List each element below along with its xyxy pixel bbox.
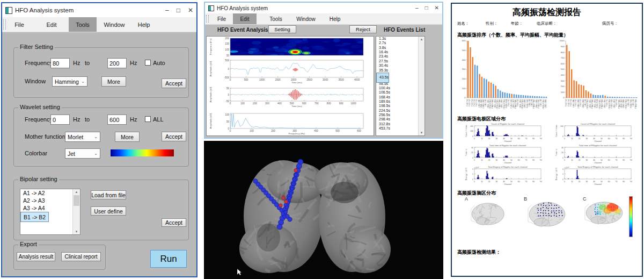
menu-item-window[interactable]: Window: [100, 17, 129, 32]
event-item[interactable]: 298.4s: [376, 117, 425, 121]
menu-item-edit[interactable]: Edit: [40, 17, 63, 32]
filter-accept-button[interactable]: Accept: [162, 78, 186, 88]
event-item[interactable]: 100.4s: [376, 86, 425, 90]
bipolar-channel-list[interactable]: ▲ ▼ A1 -> A2A2 -> A3A3 -> A4B1 -> B2B2 -…: [20, 189, 80, 235]
bipolar-list-item[interactable]: B1 -> B2: [20, 212, 49, 222]
mother-function-label: Mother function: [25, 133, 65, 140]
wavelet-freq-to-input[interactable]: [107, 115, 127, 125]
mother-function-select[interactable]: Morlet⌄: [65, 132, 100, 142]
colorbar-select[interactable]: Jet⌄: [65, 148, 100, 159]
event-item[interactable]: 3.8s: [376, 46, 425, 50]
event-item[interactable]: 224.5s: [376, 109, 425, 113]
scroll-down-icon[interactable]: ▼: [419, 130, 425, 135]
menu-item-window[interactable]: Window: [293, 13, 319, 24]
bipolar-list-item[interactable]: A3 -> A4: [20, 204, 80, 212]
menu-item-file[interactable]: File: [213, 13, 231, 24]
scroll-down-icon[interactable]: ▼: [73, 229, 80, 234]
menu-item-tools[interactable]: Tools: [265, 13, 287, 24]
all-checkbox[interactable]: [145, 116, 151, 122]
svg-text:P#1-P#2: P#1-P#2: [568, 99, 570, 106]
wavelet-freq-from-input[interactable]: [50, 115, 70, 125]
svg-text:400: 400: [314, 130, 318, 132]
svg-text:1000: 1000: [259, 78, 265, 81]
event-item[interactable]: 2.7s: [376, 41, 425, 45]
svg-text:30: 30: [495, 181, 497, 183]
event-item[interactable]: 312.8s: [376, 122, 425, 126]
title-bar[interactable]: HFO Analysis system – □ ✕: [205, 3, 442, 13]
to-label: to: [85, 60, 90, 66]
event-item[interactable]: 43.5s: [376, 73, 389, 83]
svg-text:500: 500: [462, 49, 466, 52]
wavelet-more-button[interactable]: More: [115, 132, 140, 142]
scrollbar-thumb[interactable]: [74, 195, 79, 206]
wavelet-setting-legend: Wavelet setting: [18, 104, 62, 110]
bipolar-list-item[interactable]: A1 -> A2: [20, 189, 80, 197]
filter-freq-from-input[interactable]: [50, 58, 70, 68]
clinical-report-page: 高频振荡检测报告 姓名：性别：年龄：临床诊断：病历号： 高频振荡排序（个数、频率…: [451, 3, 643, 277]
svg-text:100: 100: [462, 87, 466, 90]
svg-text:Amplitude (uV): Amplitude (uV): [209, 61, 212, 77]
hfo-events-listbox[interactable]: ▲ ▼ 1.3s2.7s3.8s16.4s23.4s27.5s30.4s35.3…: [376, 36, 425, 136]
run-button[interactable]: Run: [150, 250, 187, 268]
event-item[interactable]: 198.5s: [376, 104, 425, 108]
svg-text:PTB1-PTB2: PTB1-PTB2: [625, 99, 627, 109]
scroll-up-icon[interactable]: ▲: [419, 37, 425, 42]
event-item[interactable]: 23.4s: [376, 54, 425, 59]
svg-text:0: 0: [228, 94, 229, 96]
menu-item-help[interactable]: Help: [133, 17, 155, 32]
chevron-down-icon: ⌄: [94, 151, 98, 156]
event-item[interactable]: 27.5s: [376, 59, 425, 63]
event-item[interactable]: 16.4s: [376, 50, 425, 54]
menu-item-file[interactable]: File: [8, 17, 31, 32]
svg-text:400: 400: [561, 74, 565, 76]
screen: HFO Analysis system – □ ✕ FileEditToolsW…: [0, 0, 644, 279]
svg-text:20: 20: [488, 138, 491, 140]
event-item[interactable]: 189.6s: [376, 99, 425, 104]
maximize-button[interactable]: □: [177, 7, 180, 13]
setting-button[interactable]: Setting: [268, 25, 296, 33]
auto-checkbox[interactable]: [145, 60, 151, 66]
brain-3d-view[interactable]: [204, 141, 443, 279]
svg-text:-500: -500: [224, 76, 230, 79]
menu-item-tools[interactable]: Tools: [69, 17, 97, 32]
title-bar[interactable]: HFO Analysis system – □ ✕: [2, 3, 196, 17]
event-item[interactable]: 30.4s: [376, 63, 425, 68]
svg-text:30: 30: [586, 138, 588, 140]
list-scrollbar[interactable]: ▲ ▼: [418, 37, 425, 135]
result-header: 高频振荡检测结果：: [457, 249, 501, 256]
event-item[interactable]: 35.3s: [376, 68, 425, 73]
reject-button[interactable]: Reject: [349, 25, 377, 33]
event-item[interactable]: 453.7s: [376, 126, 425, 131]
close-button[interactable]: ✕: [188, 7, 193, 13]
clinical-report-button[interactable]: Clinical report: [61, 252, 101, 261]
svg-text:3000: 3000: [323, 78, 328, 81]
scroll-up-icon[interactable]: ▲: [73, 189, 80, 195]
window-function-select[interactable]: Hamming⌄: [52, 76, 87, 87]
svg-text:70: 70: [616, 181, 618, 183]
minimize-button[interactable]: –: [165, 7, 169, 13]
maximize-button[interactable]: □: [425, 5, 428, 11]
svg-text:0: 0: [230, 102, 231, 105]
close-button[interactable]: ✕: [435, 5, 439, 11]
bipolar-accept-button[interactable]: Accept: [162, 218, 186, 227]
filter-more-button[interactable]: More: [101, 76, 126, 87]
menu-item-help[interactable]: Help: [325, 13, 345, 24]
filter-freq-to-input[interactable]: [107, 58, 127, 68]
event-analysis-label: HFO Event Analysis: [217, 27, 268, 33]
user-define-button[interactable]: User define: [91, 206, 126, 216]
svg-text:50: 50: [510, 138, 513, 140]
wavelet-accept-button[interactable]: Accept: [162, 132, 186, 141]
event-item[interactable]: 256.5s: [376, 113, 425, 117]
event-item[interactable]: 1.3s: [376, 37, 425, 41]
analysis-result-button[interactable]: Analysis result: [17, 252, 55, 261]
minimize-button[interactable]: –: [415, 5, 419, 11]
bipolar-setting-group: Bipolar setting ▲ ▼ A1 -> A2A2 -> A3A3 -…: [13, 180, 189, 240]
svg-text:500: 500: [290, 102, 294, 105]
event-item[interactable]: 106.5s: [376, 90, 425, 95]
svg-text:Total Engery of Ripples for ea: Total Engery of Ripples for each channel: [488, 166, 528, 168]
list-scrollbar[interactable]: ▲ ▼: [72, 189, 80, 234]
bipolar-list-item[interactable]: A2 -> A3: [20, 197, 80, 204]
event-item[interactable]: 168.4s: [376, 95, 425, 99]
load-from-file-button[interactable]: Load from file: [91, 190, 126, 199]
menu-item-edit[interactable]: Edit: [233, 13, 257, 24]
